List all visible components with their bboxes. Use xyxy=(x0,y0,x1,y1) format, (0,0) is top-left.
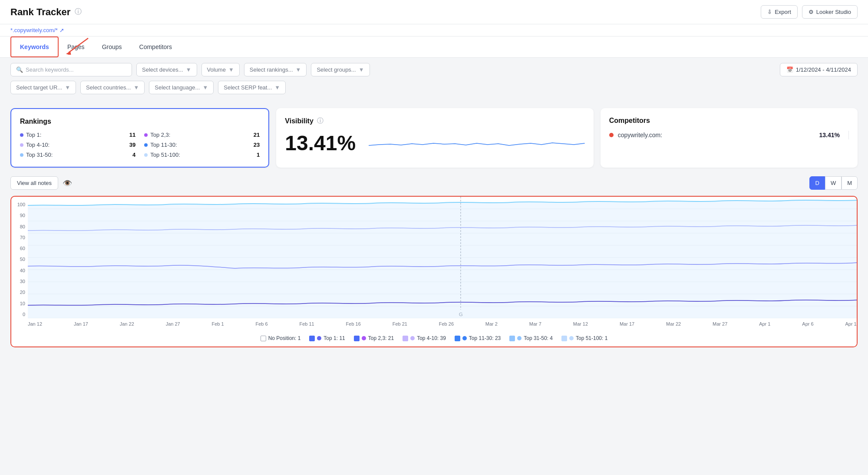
dot-top11-30 xyxy=(144,143,148,147)
dot-top23 xyxy=(144,133,148,137)
competitor-name: copywritely.com: xyxy=(618,132,662,139)
notes-left: View all notes 👁️ xyxy=(10,176,72,190)
chevron-down-icon: ▼ xyxy=(296,66,301,73)
rankings-select[interactable]: Select rankings... ▼ xyxy=(244,63,307,76)
chart-body: 100 90 80 70 60 50 40 30 20 10 0 xyxy=(11,197,857,330)
chevron-down-icon: ▼ xyxy=(359,66,364,73)
chart-container: 100 90 80 70 60 50 40 30 20 10 0 xyxy=(10,196,858,347)
tab-keywords[interactable]: Keywords xyxy=(10,36,59,57)
tabs-section: Keywords Pages Groups Competitors xyxy=(0,36,868,58)
legend-checkbox-top51-100[interactable] xyxy=(561,336,567,341)
period-day-button[interactable]: D xyxy=(809,176,825,190)
legend-top31-50: Top 31-50: 4 xyxy=(509,335,553,341)
visibility-sparkline xyxy=(369,132,585,154)
filter-row-2: Select target UR... ▼ Select countries..… xyxy=(10,81,858,99)
tab-pages[interactable]: Pages xyxy=(59,37,93,57)
competitors-card-title: Competitors xyxy=(609,117,849,125)
legend-top23: Top 2,3: 21 xyxy=(354,335,394,341)
ranking-top4-10: Top 4-10: 39 xyxy=(20,142,135,148)
filters-section: 🔍 Search keywords... Select devices... ▼… xyxy=(0,58,868,99)
visibility-card-title: Visibility xyxy=(285,117,314,125)
download-icon: ⇩ xyxy=(767,9,772,15)
chevron-down-icon: ▼ xyxy=(274,84,280,91)
ranking-top11-30: Top 11-30: 23 xyxy=(144,142,260,148)
legend-top4-10: Top 4-10: 39 xyxy=(403,335,446,341)
groups-select[interactable]: Select groups... ▼ xyxy=(311,63,370,76)
top-bar-right: ⇩ Export ⚙ Looker Studio xyxy=(761,5,858,19)
page-title: Rank Tracker xyxy=(10,7,70,18)
tab-groups[interactable]: Groups xyxy=(93,37,131,57)
language-select[interactable]: Select language... ▼ xyxy=(149,81,214,94)
external-link-icon: ➚ xyxy=(59,27,64,33)
looker-studio-button[interactable]: ⚙ Looker Studio xyxy=(802,5,858,19)
search-keywords-input[interactable]: 🔍 Search keywords... xyxy=(10,63,132,76)
legend-checkbox-top4-10[interactable] xyxy=(403,336,408,341)
period-week-button[interactable]: W xyxy=(825,176,842,190)
period-month-button[interactable]: M xyxy=(842,176,858,190)
ranking-top51-100: Top 51-100: 1 xyxy=(144,152,260,158)
x-axis-labels: Jan 12 Jan 17 Jan 22 Jan 27 Feb 1 Feb 6 … xyxy=(28,320,857,330)
filter-row-1: 🔍 Search keywords... Select devices... ▼… xyxy=(10,63,858,76)
chart-area: G Jan 12 Jan 17 Jan 22 xyxy=(28,197,857,330)
legend-checkbox-no-position[interactable] xyxy=(261,336,266,341)
legend-dot-top23 xyxy=(362,336,366,340)
legend-dot-top11-30 xyxy=(462,336,467,340)
dot-top31-50 xyxy=(20,153,23,157)
top-bar: Rank Tracker ⓘ ⇩ Export ⚙ Looker Studio xyxy=(0,0,868,24)
ranking-top23: Top 2,3: 21 xyxy=(144,132,260,138)
search-icon: 🔍 xyxy=(16,66,23,73)
volume-select[interactable]: Volume ▼ xyxy=(201,63,240,76)
main-content: Rankings Top 1: 11 Top 2,3: 21 xyxy=(0,99,868,356)
chevron-down-icon: ▼ xyxy=(186,66,191,73)
competitor-divider xyxy=(848,131,849,139)
legend-dot-top31-50 xyxy=(517,336,521,340)
period-buttons: D W M xyxy=(809,176,858,190)
target-url-select[interactable]: Select target UR... ▼ xyxy=(10,81,76,94)
legend-dot-top51-100 xyxy=(569,336,574,340)
devices-select[interactable]: Select devices... ▼ xyxy=(136,63,197,76)
legend-dot-top4-10 xyxy=(410,336,415,340)
notes-eye-icon[interactable]: 👁️ xyxy=(63,178,72,188)
ranking-top31-50: Top 31-50: 4 xyxy=(20,152,135,158)
tab-competitors[interactable]: Competitors xyxy=(131,37,181,57)
rankings-card: Rankings Top 1: 11 Top 2,3: 21 xyxy=(10,108,269,168)
competitors-card: Competitors copywritely.com: 13.41% xyxy=(601,108,858,168)
dot-top1 xyxy=(20,133,23,137)
competitor-value: 13.41% xyxy=(819,132,840,139)
help-icon[interactable]: ⓘ xyxy=(75,7,82,16)
visibility-card: Visibility ⓘ 13.41% xyxy=(276,108,593,168)
legend-dot-top1 xyxy=(317,336,321,340)
legend-checkbox-top31-50[interactable] xyxy=(509,336,515,341)
export-button[interactable]: ⇩ Export xyxy=(761,5,798,19)
chart-svg: G xyxy=(28,197,857,318)
date-range-picker[interactable]: 📅 1/12/2024 - 4/11/2024 xyxy=(780,63,858,76)
dot-top4-10 xyxy=(20,143,23,147)
competitor-dot xyxy=(609,133,614,137)
site-url[interactable]: *.copywritely.com/* ➚ xyxy=(10,27,858,33)
y-axis-labels: 100 90 80 70 60 50 40 30 20 10 0 xyxy=(11,197,28,330)
legend-checkbox-top23[interactable] xyxy=(354,336,360,341)
tabs-container: Keywords Pages Groups Competitors xyxy=(0,36,868,58)
chevron-down-icon: ▼ xyxy=(133,84,139,91)
legend-checkbox-top11-30[interactable] xyxy=(455,336,460,341)
visibility-percent: 13.41% xyxy=(285,131,356,155)
serp-features-select[interactable]: Select SERP feat... ▼ xyxy=(218,81,286,94)
chart-legend: No Position: 1 Top 1: 11 Top 2,3: 21 Top… xyxy=(11,330,857,346)
legend-top1: Top 1: 11 xyxy=(309,335,345,341)
legend-top51-100: Top 51-100: 1 xyxy=(561,335,607,341)
countries-select[interactable]: Select countries... ▼ xyxy=(80,81,145,94)
ranking-top1: Top 1: 11 xyxy=(20,132,135,138)
chevron-down-icon: ▼ xyxy=(65,84,70,91)
rankings-card-title: Rankings xyxy=(20,118,260,125)
visibility-inner: 13.41% xyxy=(285,131,584,155)
legend-checkbox-top1[interactable] xyxy=(309,336,315,341)
legend-no-position: No Position: 1 xyxy=(261,335,301,341)
competitor-row: copywritely.com: 13.41% xyxy=(609,131,849,139)
chevron-down-icon: ▼ xyxy=(202,84,208,91)
cards-row: Rankings Top 1: 11 Top 2,3: 21 xyxy=(10,108,858,168)
top-bar-left: Rank Tracker ⓘ xyxy=(10,7,82,18)
view-all-notes-button[interactable]: View all notes xyxy=(10,176,58,190)
sub-bar: *.copywritely.com/* ➚ xyxy=(0,24,868,36)
calendar-icon: 📅 xyxy=(786,66,793,73)
info-icon[interactable]: ⓘ xyxy=(317,117,323,125)
